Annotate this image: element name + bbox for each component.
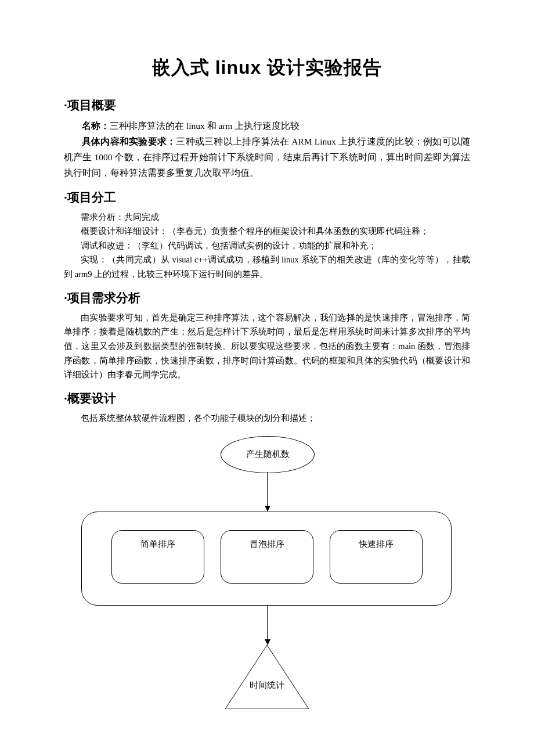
- overview-content-label: 具体内容和实验要求：: [82, 136, 176, 146]
- division-line-4: 实现：（共同完成）从 visual c++调试成功，移植到 linux 系统下的…: [64, 253, 470, 281]
- section-requirements-heading: ·项目需求分析: [64, 290, 470, 306]
- overview-name-text: 三种排序算法的在 linux 和 arm 上执行速度比较: [110, 121, 300, 131]
- flowchart-arrowhead-1: [265, 506, 270, 512]
- division-line-1: 需求分析：共同完成: [64, 210, 470, 225]
- flowchart-connector-2: [267, 605, 268, 639]
- flowchart-diagram: 产生随机数 简单排序 冒泡排序 快速排序 时间统计: [81, 436, 453, 715]
- flowchart-connector-1: [267, 472, 268, 506]
- svg-marker-0: [225, 645, 309, 709]
- flowchart-node-time-stats: 时间统计: [225, 645, 309, 709]
- document-title: 嵌入式 linux 设计实验报告: [64, 55, 470, 81]
- flowchart-arrowhead-2: [265, 639, 270, 645]
- section-design-heading: ·概要设计: [64, 390, 470, 406]
- overview-name-line: 名称：三种排序算法的在 linux 和 arm 上执行速度比较: [64, 118, 470, 134]
- section-division-heading: ·项目分工: [64, 189, 470, 206]
- design-text: 包括系统整体软硬件流程图，各个功能子模块的划分和描述；: [64, 411, 470, 426]
- overview-name-label: 名称：: [82, 121, 110, 131]
- division-line-3: 调试和改进：（李红）代码调试，包括调试实例的设计，功能的扩展和补充；: [64, 239, 470, 253]
- requirements-text: 由实验要求可知，首先是确定三种排序算法，这个容易解决，我们选择的是快速排序，冒泡…: [64, 311, 470, 382]
- flowchart-node-simple-sort: 简单排序: [111, 530, 204, 584]
- overview-content-line: 具体内容和实验要求：三种或三种以上排序算法在 ARM Linux 上执行速度的比…: [64, 134, 470, 181]
- flowchart-node-time-label: 时间统计: [225, 680, 309, 691]
- document-page: 嵌入式 linux 设计实验报告 ·项目概要 名称：三种排序算法的在 linux…: [0, 0, 534, 738]
- flowchart-node-random: 产生随机数: [221, 436, 315, 473]
- division-line-2: 概要设计和详细设计：（李春元）负责整个程序的框架设计和具体函数的实现即代码注释；: [64, 224, 470, 239]
- flowchart-node-bubble-sort: 冒泡排序: [221, 530, 313, 584]
- section-overview-heading: ·项目概要: [64, 97, 470, 113]
- flowchart-node-quick-sort: 快速排序: [330, 530, 423, 584]
- triangle-icon: [225, 645, 309, 709]
